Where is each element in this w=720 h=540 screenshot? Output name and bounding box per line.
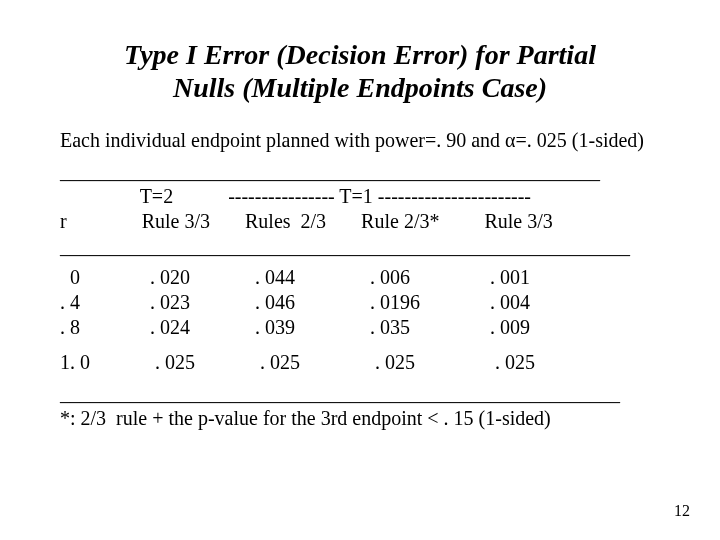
page-title: Type I Error (Decision Error) for Partia… — [60, 38, 660, 104]
header-line-2: r Rule 3/3 Rules 2/3 Rule 2/3* Rule 3/3 — [60, 209, 660, 234]
header-line-1: T=2 ---------------- T=1 ---------------… — [60, 184, 660, 209]
footnote: *: 2/3 rule + the p-value for the 3rd en… — [60, 406, 660, 431]
table-row: . 8 . 024 . 039 . 035 . 009 — [60, 315, 660, 340]
title-line-2: Nulls (Multiple Endpoints Case) — [173, 72, 547, 103]
slide: Type I Error (Decision Error) for Partia… — [0, 0, 720, 540]
page-number: 12 — [674, 502, 690, 520]
spacer — [60, 340, 660, 350]
table-row: 1. 0 . 025 . 025 . 025 . 025 — [60, 350, 660, 375]
title-line-1: Type I Error (Decision Error) for Partia… — [124, 39, 596, 70]
hrule-bottom: ________________________________________… — [60, 381, 660, 406]
intro-line: Each individual endpoint planned with po… — [60, 128, 660, 153]
table-row: 0 . 020 . 044 . 006 . 001 — [60, 265, 660, 290]
hrule-mid: ________________________________________… — [60, 234, 660, 259]
table-row: . 4 . 023 . 046 . 0196 . 004 — [60, 290, 660, 315]
hrule-top: ________________________________________… — [60, 159, 660, 184]
